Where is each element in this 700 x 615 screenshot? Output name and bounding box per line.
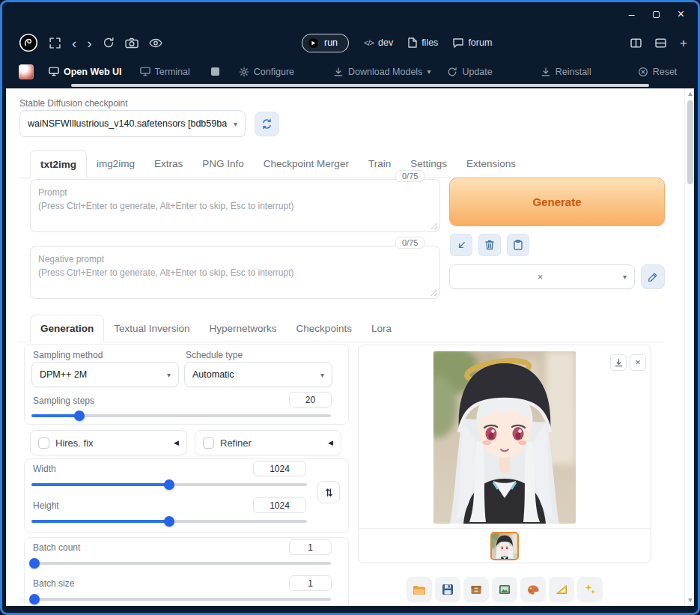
- scroll-up-icon[interactable]: [688, 92, 693, 96]
- tab-textual-inversion[interactable]: Textual Inversion: [104, 315, 199, 342]
- tab-extras[interactable]: Extras: [144, 150, 192, 178]
- negative-prompt-input[interactable]: Negative prompt (Press Ctrl+Enter to gen…: [30, 246, 440, 299]
- height-slider[interactable]: [31, 516, 307, 527]
- styles-dropdown[interactable]: × ▾: [449, 264, 635, 289]
- save-image-button[interactable]: [435, 577, 460, 602]
- new-tab-icon[interactable]: +: [680, 37, 687, 49]
- gallery-thumbnail[interactable]: [490, 532, 519, 560]
- width-slider[interactable]: [31, 479, 307, 490]
- stop-button[interactable]: [211, 67, 219, 76]
- accordion-arrow-icon[interactable]: ◀: [174, 439, 179, 446]
- webui-content: Stable Diffusion checkpoint waiNSFWIllus…: [6, 88, 694, 606]
- run-button[interactable]: run: [302, 34, 349, 52]
- slider-thumb[interactable]: [29, 594, 40, 605]
- tab-train[interactable]: Train: [359, 150, 401, 178]
- schedule-type-dropdown[interactable]: Automatic ▾: [184, 362, 332, 387]
- slider-thumb[interactable]: [164, 516, 174, 527]
- apply-styles-button[interactable]: [507, 234, 529, 256]
- tab-extensions[interactable]: Extensions: [457, 150, 526, 178]
- tab-checkpoints[interactable]: Checkpoints: [287, 315, 362, 342]
- content-scrollbar[interactable]: [684, 88, 694, 606]
- tab-lora[interactable]: Lora: [362, 315, 401, 342]
- minimize-button[interactable]: –: [629, 9, 635, 19]
- files-button[interactable]: files: [408, 37, 438, 48]
- accordion-arrow-icon[interactable]: ◀: [328, 439, 333, 446]
- slider-thumb[interactable]: [164, 479, 174, 490]
- open-folder-button[interactable]: [407, 577, 432, 602]
- split-rows-icon[interactable]: [655, 38, 666, 48]
- stop-icon: [211, 67, 219, 76]
- tabbar-scrollbar[interactable]: [71, 84, 649, 87]
- forum-button[interactable]: forum: [453, 37, 492, 48]
- clear-prompt-button[interactable]: [478, 234, 501, 256]
- eye-icon[interactable]: [149, 38, 162, 48]
- navbar: ‹ › run </> dev files forum: [2, 26, 698, 59]
- app-window: – × ‹ › run </> dev: [0, 0, 700, 615]
- dev-button[interactable]: </> dev: [364, 37, 393, 48]
- refresh-checkpoint-button[interactable]: [255, 112, 279, 136]
- hires-fix-checkbox[interactable]: [38, 437, 49, 449]
- tab-generation[interactable]: Generation: [30, 315, 104, 342]
- pinokio-logo[interactable]: [19, 33, 38, 52]
- back-icon[interactable]: ‹: [72, 36, 76, 50]
- chevron-down-icon[interactable]: ▾: [618, 273, 627, 281]
- batch-size-slider[interactable]: [31, 594, 331, 605]
- scroll-down-icon[interactable]: [688, 599, 693, 602]
- send-to-extras-button[interactable]: [549, 577, 574, 602]
- save-zip-button[interactable]: [463, 577, 489, 602]
- batch-count-slider[interactable]: [31, 558, 331, 569]
- tab-configure[interactable]: Configure: [239, 67, 294, 77]
- tab-checkpoint-merger[interactable]: Checkpoint Merger: [254, 150, 359, 178]
- tab-reset[interactable]: Reset: [638, 67, 678, 77]
- download-image-button[interactable]: [610, 354, 627, 371]
- edit-styles-button[interactable]: [641, 264, 665, 289]
- maximize-icon: [653, 11, 660, 18]
- paste-params-button[interactable]: [450, 234, 472, 256]
- tab-download-models[interactable]: Download Models ▾: [333, 67, 430, 77]
- tab-hypernetworks[interactable]: Hypernetworks: [200, 315, 287, 342]
- prompt-input[interactable]: Prompt (Press Ctrl+Enter to generate, Al…: [30, 179, 440, 232]
- tab-reinstall[interactable]: Reinstall: [541, 67, 591, 77]
- width-input[interactable]: 1024: [253, 461, 306, 476]
- generate-button[interactable]: Generate: [449, 178, 665, 226]
- camera-icon[interactable]: [125, 37, 139, 49]
- tab-update[interactable]: Update: [447, 67, 492, 77]
- tab-txt2img[interactable]: txt2img: [30, 150, 87, 178]
- close-gallery-button[interactable]: ×: [630, 354, 646, 371]
- swap-dimensions-button[interactable]: [317, 481, 340, 503]
- gallery-thumbnail-strip: [359, 528, 651, 563]
- batch-count-input[interactable]: 1: [289, 539, 332, 555]
- refiner-accordion[interactable]: Refiner ◀: [195, 430, 341, 455]
- checkpoint-dropdown[interactable]: waiNSFWIllustrious_v140.safetensors [bdb…: [19, 110, 246, 137]
- generated-image[interactable]: [433, 351, 576, 524]
- tab-terminal[interactable]: Terminal: [140, 67, 190, 77]
- reload-icon[interactable]: [103, 37, 115, 49]
- forward-icon[interactable]: ›: [87, 36, 91, 50]
- height-label: Height: [33, 500, 59, 511]
- split-columns-icon[interactable]: [630, 38, 642, 48]
- sampling-method-dropdown[interactable]: DPM++ 2M ▾: [31, 362, 179, 387]
- fullscreen-icon[interactable]: [49, 37, 61, 49]
- upscale-button[interactable]: [577, 577, 603, 602]
- tab-png-info[interactable]: PNG Info: [192, 150, 254, 178]
- app-favicon: [19, 64, 34, 79]
- refiner-checkbox[interactable]: [203, 437, 214, 449]
- clear-styles-icon[interactable]: ×: [533, 271, 544, 282]
- slider-thumb[interactable]: [74, 410, 85, 421]
- sampling-steps-input[interactable]: 20: [289, 392, 332, 408]
- batch-size-label: Batch size: [33, 578, 74, 589]
- close-button[interactable]: ×: [678, 8, 684, 20]
- tab-open-web-ui[interactable]: Open Web UI: [49, 67, 122, 77]
- height-input[interactable]: 1024: [253, 497, 306, 513]
- tab-img2img[interactable]: img2img: [87, 150, 144, 178]
- send-to-inpaint-button[interactable]: [520, 577, 546, 602]
- send-to-img2img-button[interactable]: [492, 577, 517, 602]
- play-icon: [308, 37, 319, 49]
- sub-tab-bar: Generation Textual Inversion Hypernetwor…: [18, 315, 664, 342]
- hires-fix-accordion[interactable]: Hires. fix ◀: [30, 430, 187, 455]
- sampling-steps-slider[interactable]: [31, 410, 331, 421]
- scrollbar-thumb[interactable]: [687, 100, 693, 184]
- batch-size-input[interactable]: 1: [289, 575, 332, 591]
- maximize-button[interactable]: [653, 9, 660, 19]
- slider-thumb[interactable]: [29, 558, 40, 569]
